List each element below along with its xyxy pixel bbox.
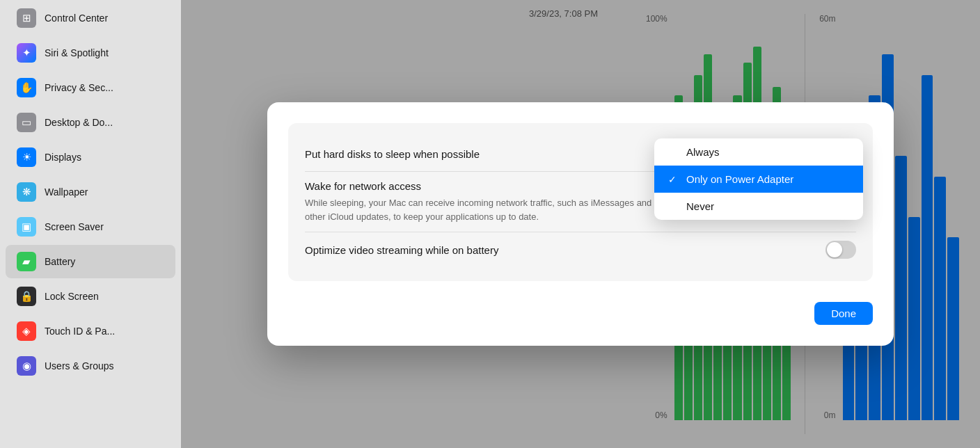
- sidebar-item-displays[interactable]: ☀ Displays: [6, 141, 175, 174]
- main-content-background: 3/29/23, 7:08 PM 100% 50% 0%: [181, 0, 980, 448]
- wake-network-description: While sleeping, your Mac can receive inc…: [305, 196, 667, 223]
- screen-saver-icon: ▣: [17, 217, 36, 237]
- sidebar-label-users-groups: Users & Groups: [45, 360, 114, 371]
- desktop-icon: ▭: [17, 113, 36, 132]
- sidebar-item-wallpaper[interactable]: ❋ Wallpaper: [6, 175, 175, 209]
- sidebar-item-siri[interactable]: ✦ Siri & Spotlight: [6, 36, 175, 70]
- sidebar-item-control-center[interactable]: ⊞ Control Center: [6, 1, 175, 35]
- settings-modal: Put hard disks to sleep when possible Al…: [267, 102, 894, 346]
- sidebar: ⊞ Control Center ✦ Siri & Spotlight ✋ Pr…: [0, 0, 181, 448]
- hard-disks-row: Put hard disks to sleep when possible Al…: [305, 137, 856, 172]
- wake-network-content: Wake for network access While sleeping, …: [305, 180, 667, 223]
- sidebar-item-lock-screen[interactable]: 🔒 Lock Screen: [6, 280, 175, 313]
- optimize-video-control: [825, 241, 856, 259]
- sidebar-item-users-groups[interactable]: ◉ Users & Groups: [6, 349, 175, 383]
- wallpaper-icon: ❋: [17, 182, 36, 202]
- wake-network-label: Wake for network access: [305, 180, 667, 192]
- privacy-icon: ✋: [17, 78, 36, 97]
- hard-disks-control[interactable]: Always ▲ Always ✓: [759, 145, 856, 163]
- sidebar-label-displays: Displays: [45, 152, 81, 163]
- control-center-icon: ⊞: [17, 8, 36, 28]
- modal-footer: Done: [288, 295, 873, 325]
- background-layer: ⊞ Control Center ✦ Siri & Spotlight ✋ Pr…: [0, 0, 980, 448]
- sidebar-label-touch-id: Touch ID & Pa...: [45, 326, 115, 337]
- done-button[interactable]: Done: [814, 302, 873, 325]
- toggle-knob: [827, 242, 842, 257]
- option-label-never: Never: [686, 200, 714, 212]
- displays-icon: ☀: [17, 147, 36, 167]
- checkmark-power: ✓: [668, 174, 679, 185]
- sidebar-label-control-center: Control Center: [45, 13, 108, 24]
- dropdown-option-never[interactable]: Never: [654, 193, 863, 220]
- sidebar-item-privacy[interactable]: ✋ Privacy & Sec...: [6, 71, 175, 104]
- users-groups-icon: ◉: [17, 356, 36, 376]
- dropdown-option-power-adapter[interactable]: ✓ Only on Power Adapter: [654, 166, 863, 193]
- sidebar-item-touch-id[interactable]: ◈ Touch ID & Pa...: [6, 314, 175, 348]
- sidebar-label-battery: Battery: [45, 256, 75, 267]
- lock-screen-icon: 🔒: [17, 287, 36, 306]
- sidebar-label-screen-saver: Screen Saver: [45, 221, 104, 232]
- option-label-power: Only on Power Adapter: [686, 173, 793, 185]
- optimize-video-label: Optimize video streaming while on batter…: [305, 244, 498, 256]
- sidebar-label-wallpaper: Wallpaper: [45, 186, 88, 198]
- touch-id-icon: ◈: [17, 321, 36, 341]
- siri-icon: ✦: [17, 43, 36, 63]
- option-label-always: Always: [686, 146, 720, 158]
- sidebar-label-desktop: Desktop & Do...: [45, 117, 113, 128]
- sidebar-item-screen-saver[interactable]: ▣ Screen Saver: [6, 210, 175, 243]
- sidebar-label-lock-screen: Lock Screen: [45, 291, 99, 302]
- settings-card: Put hard disks to sleep when possible Al…: [288, 123, 873, 281]
- modal-overlay: Put hard disks to sleep when possible Al…: [181, 0, 980, 448]
- sidebar-label-privacy: Privacy & Sec...: [45, 82, 113, 93]
- sidebar-item-battery[interactable]: ▰ Battery: [6, 245, 175, 278]
- sidebar-label-siri: Siri & Spotlight: [45, 47, 109, 58]
- optimize-video-row: Optimize video streaming while on batter…: [305, 232, 856, 267]
- dropdown-menu: Always ✓ Only on Power Adapter Never: [654, 138, 863, 220]
- sidebar-item-desktop[interactable]: ▭ Desktop & Do...: [6, 106, 175, 139]
- optimize-video-toggle[interactable]: [825, 241, 856, 259]
- battery-icon: ▰: [17, 252, 36, 271]
- dropdown-option-always[interactable]: Always: [654, 138, 863, 166]
